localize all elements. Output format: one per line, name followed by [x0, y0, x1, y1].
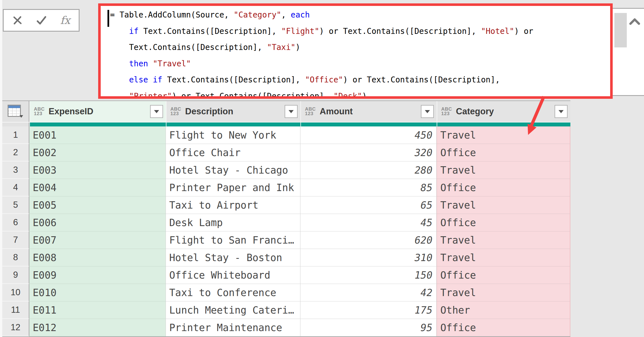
code-string: "Flight"	[281, 27, 319, 36]
code-text: Text.Contains([Description],	[162, 75, 305, 84]
formula-bar-buttons: fx	[3, 9, 80, 32]
data-type-icon[interactable]: ABC123	[170, 107, 181, 116]
cell-amount[interactable]: 85	[300, 179, 437, 196]
code-text	[110, 75, 129, 84]
row-number[interactable]: 7	[2, 231, 29, 249]
cell-category[interactable]: Travel	[437, 231, 570, 249]
table-row: 6E006Desk Lamp45Office	[2, 214, 570, 231]
column-header-category[interactable]: ABC123Category	[437, 101, 570, 122]
cancel-icon[interactable]	[12, 15, 23, 26]
select-all-corner[interactable]	[2, 101, 29, 122]
row-number[interactable]: 8	[2, 249, 29, 266]
chevron-down-icon	[559, 110, 564, 113]
cell-amount[interactable]: 280	[300, 161, 437, 179]
row-number[interactable]: 11	[2, 301, 29, 319]
cell-id[interactable]: E010	[29, 284, 166, 301]
cell-category[interactable]: Office	[437, 144, 570, 161]
filter-button-id[interactable]	[150, 105, 163, 118]
cell-id[interactable]: E003	[29, 161, 166, 179]
row-number[interactable]: 6	[2, 214, 29, 231]
row-number[interactable]: 9	[2, 266, 29, 284]
row-number[interactable]: 2	[2, 144, 29, 161]
chevron-down-icon	[289, 110, 294, 113]
commit-icon[interactable]	[36, 16, 47, 25]
row-number[interactable]: 3	[2, 161, 29, 179]
cell-id[interactable]: E006	[29, 214, 166, 231]
cell-desc[interactable]: Taxi to Airport	[166, 196, 300, 214]
column-label: Description	[185, 106, 285, 117]
cell-id[interactable]: E008	[29, 249, 166, 266]
cell-category[interactable]: Office	[437, 319, 570, 336]
column-header-amount[interactable]: ABC123Amount	[300, 101, 437, 122]
filter-button-category[interactable]	[555, 105, 568, 118]
data-type-icon[interactable]: ABC123	[441, 107, 452, 116]
column-header-expenseid[interactable]: ABC123ExpenseID	[29, 101, 166, 122]
data-preview-grid: ABC123ExpenseIDABC123DescriptionABC123Am…	[2, 100, 570, 337]
cell-category[interactable]: Travel	[437, 249, 570, 266]
cell-desc[interactable]: Printer Maintenance	[166, 319, 300, 336]
cell-amount[interactable]: 42	[300, 284, 437, 301]
cell-desc[interactable]: Lunch Meeting Cateri…	[166, 301, 300, 319]
cell-desc[interactable]: Office Whiteboard	[166, 266, 300, 284]
table-row: 8E008Hotel Stay - Boston310Travel	[2, 249, 570, 266]
code-string: "Category"	[234, 10, 281, 19]
formula-code[interactable]: = Table.AddColumn(Source, "Category", ea…	[101, 6, 610, 99]
cell-id[interactable]: E011	[29, 301, 166, 319]
cell-amount[interactable]: 45	[300, 214, 437, 231]
cell-category[interactable]: Travel	[437, 284, 570, 301]
cell-id[interactable]: E004	[29, 179, 166, 196]
cell-amount[interactable]: 150	[300, 266, 437, 284]
cell-id[interactable]: E009	[29, 266, 166, 284]
formula-code-line: = Table.AddColumn(Source, "Category", ea…	[110, 7, 610, 23]
fx-icon[interactable]: fx	[60, 15, 71, 26]
cell-id[interactable]: E005	[29, 196, 166, 214]
row-number[interactable]: 10	[2, 284, 29, 301]
table-row: 2E002Office Chair320Office	[2, 144, 570, 161]
row-number[interactable]: 4	[2, 179, 29, 196]
collapse-formula-bar-icon[interactable]	[629, 18, 640, 25]
cell-category[interactable]: Travel	[437, 196, 570, 214]
cell-id[interactable]: E012	[29, 319, 166, 336]
data-type-icon[interactable]: ABC123	[34, 107, 45, 116]
cell-desc[interactable]: Office Chair	[166, 144, 300, 161]
cell-amount[interactable]: 450	[300, 126, 437, 144]
data-type-icon[interactable]: ABC123	[305, 107, 316, 116]
cell-desc[interactable]: Taxi to Conference	[166, 284, 300, 301]
cell-desc[interactable]: Flight to San Franci…	[166, 231, 300, 249]
cell-desc[interactable]: Hotel Stay - Chicago	[166, 161, 300, 179]
cell-category[interactable]: Office	[437, 214, 570, 231]
cell-desc[interactable]: Hotel Stay - Boston	[166, 249, 300, 266]
filter-button-amount[interactable]	[421, 105, 434, 118]
filter-button-desc[interactable]	[285, 105, 298, 118]
row-number[interactable]: 5	[2, 196, 29, 214]
row-number[interactable]: 1	[2, 126, 29, 144]
cell-amount[interactable]: 620	[300, 231, 437, 249]
code-text: ) or Text.Contains([Description],	[319, 27, 481, 36]
cell-desc[interactable]: Flight to New York	[166, 126, 300, 144]
column-label: ExpenseID	[49, 106, 150, 117]
cell-amount[interactable]: 175	[300, 301, 437, 319]
cell-desc[interactable]: Desk Lamp	[166, 214, 300, 231]
cell-id[interactable]: E002	[29, 144, 166, 161]
code-text: ) or	[514, 27, 533, 36]
row-number[interactable]: 12	[2, 319, 29, 336]
cell-amount[interactable]: 320	[300, 144, 437, 161]
cell-category[interactable]: Travel	[437, 126, 570, 144]
cell-category[interactable]: Other	[437, 301, 570, 319]
cell-amount[interactable]: 65	[300, 196, 437, 214]
column-header-description[interactable]: ABC123Description	[166, 101, 300, 122]
cell-category[interactable]: Travel	[437, 161, 570, 179]
cell-id[interactable]: E001	[29, 126, 166, 144]
scrollbar-thumb[interactable]	[614, 13, 627, 47]
code-text: Text.Contains([Description],	[110, 43, 267, 52]
cell-amount[interactable]: 310	[300, 249, 437, 266]
code-string: "Hotel"	[481, 27, 514, 36]
formula-code-line: if Text.Contains([Description], "Flight"…	[110, 23, 610, 40]
cell-category[interactable]: Office	[437, 266, 570, 284]
code-text: )	[295, 43, 300, 52]
cell-desc[interactable]: Printer Paper and Ink	[166, 179, 300, 196]
cell-id[interactable]: E007	[29, 231, 166, 249]
cell-amount[interactable]: 95	[300, 319, 437, 336]
formula-bar-scroll-area	[612, 8, 644, 96]
cell-category[interactable]: Office	[437, 179, 570, 196]
